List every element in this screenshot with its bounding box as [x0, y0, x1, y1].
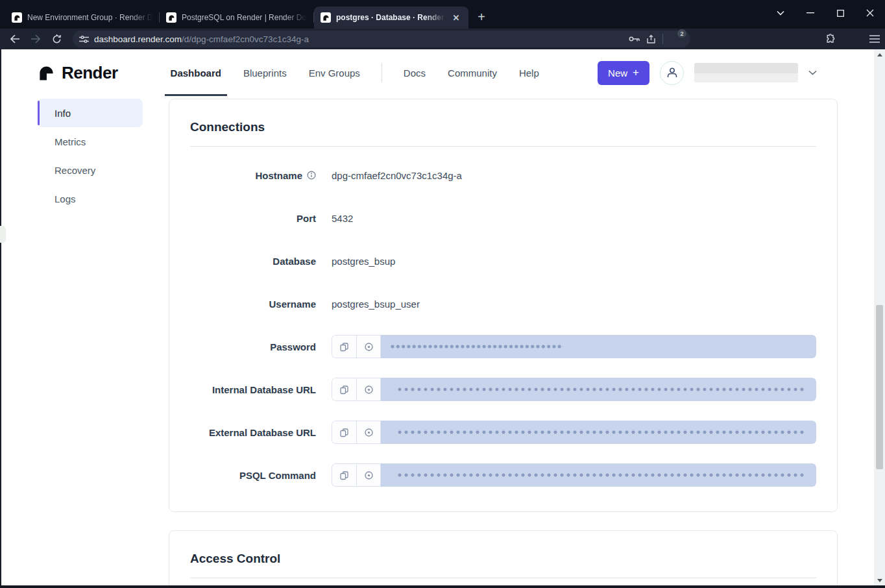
tab-strip: New Environment Group · Render Das Postg… — [0, 0, 885, 29]
address-bar[interactable]: dashboard.render.com/d/dpg-cmfaef2cn0vc7… — [73, 31, 690, 47]
copy-button[interactable] — [332, 421, 356, 444]
nav-divider — [382, 63, 382, 82]
password-masked-value[interactable] — [381, 335, 816, 358]
main-nav: Dashboard Blueprints Env Groups Docs Com… — [160, 49, 550, 96]
username-label: Username — [190, 299, 316, 310]
tab-title: postgres · Database · Render Da — [336, 13, 445, 22]
browser-tab-1[interactable]: New Environment Group · Render Das — [5, 6, 160, 29]
hostname-value[interactable]: dpg-cmfaef2cn0vc73c1c34g-a — [332, 170, 462, 181]
password-field-group — [332, 335, 816, 358]
maximize-button[interactable] — [825, 0, 855, 26]
window-bottom-edge — [0, 585, 885, 588]
password-row: Password — [190, 335, 816, 358]
render-favicon — [321, 12, 331, 23]
extensions-icon[interactable] — [825, 34, 836, 44]
psql-command-masked-value[interactable] — [381, 463, 816, 487]
external-url-row: External Database URL — [190, 421, 816, 444]
database-value[interactable]: postgres_bsup — [332, 256, 395, 267]
page-scrollbar[interactable] — [874, 49, 885, 588]
tab-title: PostgreSQL on Render | Render Docs — [182, 13, 308, 22]
new-tab-button[interactable]: + — [472, 8, 491, 26]
render-favicon — [12, 12, 22, 23]
database-row: Database postgres_bsup — [190, 249, 816, 273]
share-icon[interactable] — [646, 34, 656, 44]
new-button[interactable]: New+ — [598, 61, 649, 85]
sidebar-item-logs[interactable]: Logs — [38, 184, 143, 213]
browser-tab-2[interactable]: PostgreSQL on Render | Render Docs — [160, 6, 314, 29]
connections-card: Connections Hostname dpg-cmfaef2cn0vc73c… — [169, 99, 838, 512]
url-host: dashboard.render.com — [94, 34, 182, 44]
user-avatar-button[interactable] — [660, 61, 684, 85]
copy-button[interactable] — [332, 378, 356, 401]
nav-docs[interactable]: Docs — [393, 49, 437, 96]
nav-dashboard[interactable]: Dashboard — [160, 49, 232, 96]
info-icon[interactable] — [307, 171, 316, 180]
password-label: Password — [190, 341, 316, 352]
reveal-button[interactable] — [356, 335, 381, 358]
port-row: Port 5432 — [190, 206, 816, 230]
scrollbar-thumb[interactable] — [876, 305, 883, 469]
reveal-button[interactable] — [356, 421, 381, 444]
copy-button[interactable] — [332, 335, 356, 358]
reload-button[interactable] — [47, 30, 66, 48]
external-url-field-group — [332, 421, 816, 444]
browser-chrome: New Environment Group · Render Das Postg… — [0, 0, 885, 49]
render-logo[interactable]: Render — [38, 63, 118, 83]
access-control-card: Access Control — [169, 530, 838, 585]
forward-button[interactable] — [26, 30, 45, 48]
scroll-up-arrow[interactable] — [874, 49, 885, 60]
browser-tab-active[interactable]: postgres · Database · Render Da ✕ — [314, 6, 468, 29]
internal-url-label: Internal Database URL — [190, 384, 316, 395]
reveal-button[interactable] — [356, 463, 381, 487]
scroll-down-arrow[interactable] — [874, 575, 885, 585]
render-logo-icon — [38, 64, 55, 82]
url-text[interactable]: dashboard.render.com/d/dpg-cmfaef2cn0vc7… — [94, 34, 629, 44]
nav-blueprints[interactable]: Blueprints — [232, 49, 298, 96]
nav-community[interactable]: Community — [437, 49, 508, 96]
window-controls — [766, 0, 885, 26]
internal-url-field-group — [332, 378, 816, 401]
service-sidebar: Info Metrics Recovery Logs — [38, 96, 143, 585]
render-dashboard-page: Render Dashboard Blueprints Env Groups D… — [1, 49, 874, 585]
sidebar-item-info[interactable]: Info — [38, 99, 143, 127]
person-icon — [666, 66, 679, 79]
back-button[interactable] — [5, 30, 25, 48]
sidebar-item-recovery[interactable]: Recovery — [38, 156, 143, 184]
database-label: Database — [190, 256, 316, 267]
username-row: Username postgres_bsup_user — [190, 292, 816, 315]
redacted-account-name — [694, 63, 798, 82]
minimize-button[interactable] — [795, 0, 825, 26]
hostname-row: Hostname dpg-cmfaef2cn0vc73c1c34g-a — [190, 164, 816, 187]
connections-title: Connections — [190, 120, 816, 134]
brave-shield-icon[interactable]: 2 — [670, 32, 684, 45]
tab-close-icon[interactable]: ✕ — [450, 12, 462, 23]
hostname-label: Hostname — [190, 170, 316, 181]
nav-env-groups[interactable]: Env Groups — [298, 49, 371, 96]
nav-help[interactable]: Help — [508, 49, 550, 96]
sidebar-item-metrics[interactable]: Metrics — [38, 127, 143, 156]
username-value[interactable]: postgres_bsup_user — [332, 299, 420, 310]
tab-search-chevron-icon[interactable] — [766, 0, 795, 26]
main-panel: Connections Hostname dpg-cmfaef2cn0vc73c… — [143, 96, 874, 585]
reveal-button[interactable] — [356, 378, 381, 401]
menu-icon[interactable] — [869, 35, 880, 43]
port-value[interactable]: 5432 — [332, 213, 353, 224]
app-header: Render Dashboard Blueprints Env Groups D… — [1, 49, 874, 96]
close-window-button[interactable] — [855, 0, 885, 26]
plus-icon: + — [633, 66, 639, 79]
profile-avatar[interactable] — [845, 31, 860, 47]
external-url-masked-value[interactable] — [381, 421, 816, 444]
psql-command-field-group — [332, 463, 816, 487]
render-favicon — [166, 12, 176, 23]
side-panel-handle[interactable] — [0, 226, 6, 243]
tab-title: New Environment Group · Render Das — [27, 13, 153, 22]
divider — [190, 578, 816, 578]
site-settings-icon[interactable] — [79, 35, 89, 43]
internal-url-masked-value[interactable] — [381, 378, 816, 401]
copy-button[interactable] — [332, 463, 356, 487]
psql-command-row: PSQL Command — [190, 463, 816, 487]
account-chevron-icon[interactable] — [808, 70, 817, 75]
internal-url-row: Internal Database URL — [190, 378, 816, 401]
brand-name: Render — [62, 63, 118, 83]
password-key-icon[interactable] — [629, 36, 640, 42]
